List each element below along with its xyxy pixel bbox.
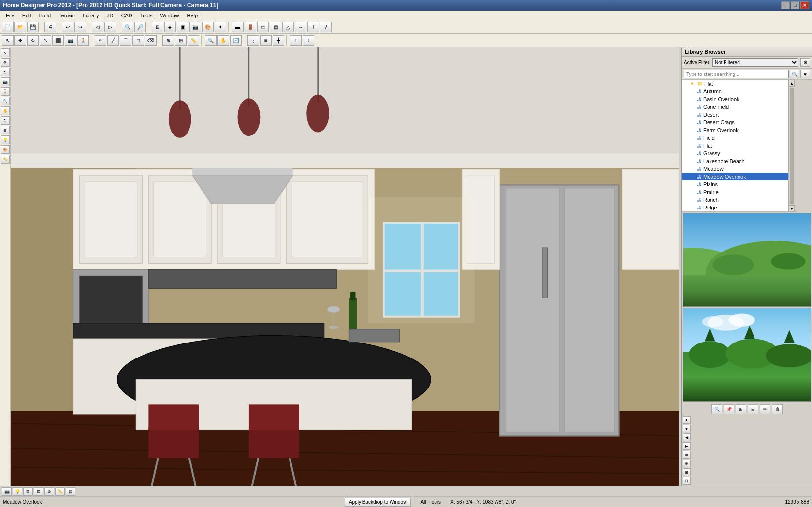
cross-tool[interactable]: ╋ [273,35,284,46]
lt-orbit[interactable]: ↻ [1,116,10,125]
tree-item-meadow[interactable]: 🏞 Meadow [682,165,788,173]
redo-button[interactable]: ↪ [74,22,86,32]
rit-btn-1[interactable]: ▲ [683,416,691,424]
select-tool[interactable]: ↖ [2,35,14,46]
lib-btn-5[interactable]: ✏ [760,404,770,414]
menu-cad[interactable]: CAD [117,12,136,19]
search-options-button[interactable]: ▼ [800,70,810,78]
tree-item-basin-overlook[interactable]: 🏞 Basin Overlook [682,95,788,103]
floor-plan-button[interactable]: ⊞ [152,22,163,32]
lt-rotate[interactable]: ↻ [1,68,10,76]
search-input[interactable] [684,70,789,78]
move-tool[interactable]: ✥ [14,35,26,46]
door-button[interactable]: 🚪 [245,22,256,32]
lib-btn-6[interactable]: 🗑 [772,404,783,414]
menu-tools[interactable]: Tools [136,12,157,19]
dimension-button[interactable]: ↔ [295,22,306,32]
rit-btn-7[interactable]: ⊞ [683,468,691,476]
object-tool[interactable]: ⬛ [52,35,64,46]
rotate-tool[interactable]: ↻ [27,35,39,46]
wall-button[interactable]: ▬ [232,22,244,32]
viewport-resize-handle[interactable] [679,47,682,486]
print-button[interactable]: 🖨 [44,22,56,32]
lib-btn-2[interactable]: 📌 [724,404,734,414]
bt-camera[interactable]: 📷 [2,487,12,496]
close-button[interactable]: ✕ [800,1,809,9]
lt-walk[interactable]: 🚶 [1,87,10,96]
material-button[interactable]: 🎨 [202,22,214,32]
menu-help[interactable]: Help [183,12,202,19]
tree-item-desert-crags[interactable]: 🏞 Desert Crags [682,119,788,126]
rit-btn-2[interactable]: ▼ [683,425,691,432]
search-button[interactable]: 🔍 [790,70,799,78]
filter-dropdown[interactable]: Not Filtered Filtered [712,58,798,67]
scroll-thumb[interactable] [790,88,794,204]
orbit-tool[interactable]: 🔄 [230,35,242,46]
line-tool[interactable]: ╱ [107,35,119,46]
measure-tool[interactable]: 📏 [188,35,199,46]
roof-button[interactable]: △ [282,22,294,32]
lib-btn-1[interactable]: 🔍 [711,404,722,414]
box-tool[interactable]: □ [132,35,144,46]
window-button[interactable]: ▭ [257,22,269,32]
viewport[interactable] [11,47,682,486]
pencil-tool[interactable]: ✏ [95,35,106,46]
zoom-in-button[interactable]: 🔍 [122,22,133,32]
lt-material[interactable]: 🎨 [1,145,10,154]
camera-tool[interactable]: 📷 [65,35,76,46]
menu-3d[interactable]: 3D [102,12,117,19]
rit-btn-8[interactable]: ⊟ [683,477,691,485]
scroll-up-arrow[interactable]: ▲ [789,80,795,87]
rit-btn-5[interactable]: ⊕ [683,451,691,459]
tree-item-ridge[interactable]: 🏞 Ridge [682,204,788,211]
tree-item-meadow-overlook[interactable]: 🏞 Meadow Overlook [682,173,788,180]
tree-folder-flat[interactable]: ▼ 📁 Flat [682,80,788,88]
tree-item-field[interactable]: 🏞 Field [682,134,788,142]
elevation-button[interactable]: ▣ [177,22,188,32]
tree-item-desert[interactable]: 🏞 Desert [682,111,788,119]
menu-file[interactable]: File [2,12,18,19]
lt-zoom[interactable]: 🔍 [1,97,10,105]
zoom-tool[interactable]: 🔍 [205,35,217,46]
help-button[interactable]: ? [320,22,332,32]
tree-item-autumn[interactable]: 🏞 Autumn [682,88,788,95]
scroll-down-arrow[interactable]: ▼ [789,205,795,212]
bt-light[interactable]: 💡 [13,487,22,496]
tree-item-plains[interactable]: 🏞 Plains [682,180,788,188]
grid-tool[interactable]: ⊞ [175,35,187,46]
menu-window[interactable]: Window [156,12,183,19]
tree-item-flat[interactable]: 🏞 Flat [682,142,788,149]
forward-button[interactable]: ▷ [104,22,116,32]
lt-light[interactable]: 💡 [1,135,10,144]
rit-btn-6[interactable]: ⊖ [683,460,691,467]
bt-snap[interactable]: ⊕ [44,487,54,496]
tree-item-farm-overlook[interactable]: 🏞 Farm Overlook [682,126,788,134]
apply-backdrop-button[interactable]: Apply Backdrop to Window [345,498,411,507]
tree-item-lakeshore-beach[interactable]: 🏞 Lakeshore Beach [682,157,788,165]
tree-item-prairie[interactable]: 🏞 Prairie [682,188,788,196]
rit-btn-4[interactable]: ▶ [683,442,691,450]
menu-edit[interactable]: Edit [18,12,35,19]
arc-tool[interactable]: ⌒ [120,35,131,46]
lt-select[interactable]: ↖ [1,48,10,57]
erase-tool[interactable]: ⌫ [145,35,157,46]
lt-pan[interactable]: ✋ [1,106,10,115]
arrow-up-tool[interactable]: ↑ [290,35,302,46]
snap-tool[interactable]: ⊕ [162,35,174,46]
zoom-out-button[interactable]: 🔎 [134,22,146,32]
filter-settings-button[interactable]: ⚙ [800,58,810,67]
new-button[interactable]: 📄 [2,22,14,32]
lt-camera[interactable]: 📷 [1,77,10,86]
menu-build[interactable]: Build [35,12,55,19]
text-button[interactable]: T [307,22,319,32]
camera-button[interactable]: 📷 [189,22,201,32]
save-button[interactable]: 💾 [27,22,39,32]
bt-measure[interactable]: 📏 [55,487,65,496]
open-button[interactable]: 📂 [14,22,26,32]
lt-measure[interactable]: 📏 [1,155,10,164]
lt-move[interactable]: ✥ [1,58,10,67]
menu-library[interactable]: Library [79,12,103,19]
bt-grid[interactable]: ⊟ [34,487,44,496]
bt-table[interactable]: ▤ [66,487,75,496]
lt-snap[interactable]: ⊕ [1,126,10,134]
